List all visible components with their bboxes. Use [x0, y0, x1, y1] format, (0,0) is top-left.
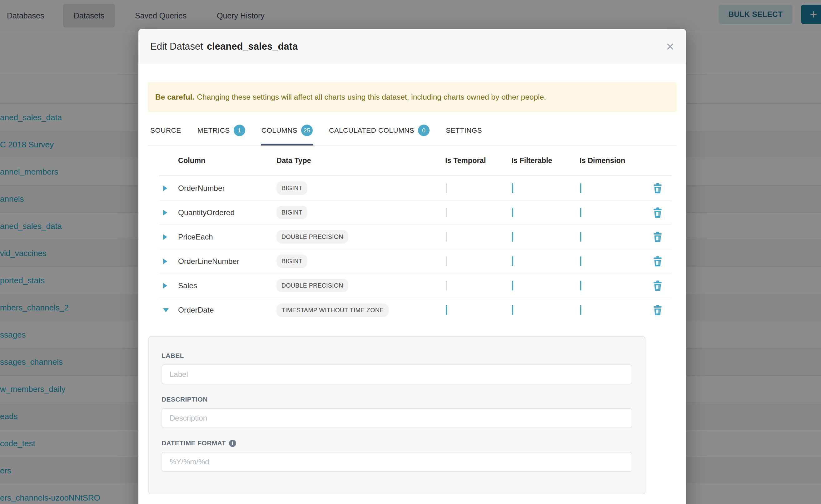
is-temporal-checkbox[interactable] [446, 208, 447, 217]
data-type-pill: TIMESTAMP WITHOUT TIME ZONE [276, 304, 388, 317]
is-filterable-checkbox[interactable] [512, 256, 513, 266]
label-field-group: LABEL [161, 352, 632, 384]
header-is-dimension: Is Dimension [580, 156, 644, 165]
delete-column-icon[interactable] [653, 305, 662, 315]
is-temporal-checkbox[interactable] [446, 281, 447, 290]
tab-calculated-columns[interactable]: CALCULATED COLUMNS 0 [328, 120, 430, 146]
modal-header: Edit Dataset cleaned_sales_data × [138, 29, 686, 64]
modal-title-dataset-name: cleaned_sales_data [207, 41, 298, 52]
data-type-pill: BIGINT [276, 206, 307, 219]
data-type-pill: BIGINT [276, 181, 307, 195]
is-dimension-checkbox[interactable] [580, 305, 581, 315]
column-row-orderlinenumber: OrderLineNumber BIGINT [159, 249, 672, 274]
is-filterable-checkbox[interactable] [512, 183, 513, 193]
is-filterable-checkbox[interactable] [512, 232, 513, 242]
label-input[interactable] [161, 364, 632, 384]
column-row-ordernumber: OrderNumber BIGINT [159, 176, 672, 200]
tab-label: CALCULATED COLUMNS [329, 126, 414, 135]
label-field-label: LABEL [161, 352, 632, 359]
expand-caret-icon[interactable] [163, 185, 167, 191]
columns-count-badge: 25 [301, 125, 313, 136]
datetime-format-field-group: DATETIME FORMAT i [161, 439, 632, 472]
header-is-temporal: Is Temporal [445, 156, 512, 165]
warning-banner: Be careful. Changing these settings will… [148, 82, 677, 112]
datetime-format-field-label: DATETIME FORMAT [161, 439, 226, 447]
expand-caret-icon[interactable] [163, 210, 167, 215]
is-temporal-checkbox[interactable] [446, 183, 447, 193]
is-dimension-checkbox[interactable] [580, 208, 581, 217]
data-type-pill: DOUBLE PRECISION [276, 279, 348, 292]
tab-settings[interactable]: SETTINGS [445, 120, 483, 146]
description-input[interactable] [161, 408, 632, 428]
is-temporal-checkbox[interactable] [446, 305, 447, 315]
is-filterable-checkbox[interactable] [512, 208, 513, 217]
column-name: PriceEach [174, 233, 273, 241]
is-dimension-checkbox[interactable] [580, 183, 581, 193]
modal-tabs: SOURCE METRICS 1 COLUMNS 25 CALCULATED C… [148, 120, 677, 146]
header-is-filterable: Is Filterable [512, 156, 580, 165]
info-icon[interactable]: i [229, 440, 236, 447]
delete-column-icon[interactable] [653, 232, 662, 242]
columns-table-header: Column Data Type Is Temporal Is Filterab… [159, 146, 672, 176]
metrics-count-badge: 1 [234, 125, 245, 136]
is-dimension-checkbox[interactable] [580, 232, 581, 242]
delete-column-icon[interactable] [653, 280, 662, 291]
column-row-sales: Sales DOUBLE PRECISION [159, 274, 672, 298]
is-temporal-checkbox[interactable] [446, 256, 447, 266]
calculated-columns-count-badge: 0 [418, 125, 430, 136]
column-row-quantityordered: QuantityOrdered BIGINT [159, 200, 672, 225]
close-icon[interactable]: × [666, 40, 674, 53]
column-detail-panel: LABEL DESCRIPTION DATETIME FORMAT i [148, 336, 645, 494]
is-filterable-checkbox[interactable] [512, 281, 513, 290]
expand-caret-icon[interactable] [163, 259, 167, 264]
tab-label: SOURCE [150, 126, 181, 135]
column-row-orderdate: OrderDate TIMESTAMP WITHOUT TIME ZONE [159, 298, 672, 322]
tab-source[interactable]: SOURCE [150, 120, 182, 146]
warning-text: Changing these settings will affect all … [197, 93, 546, 101]
collapse-caret-icon[interactable] [163, 308, 169, 312]
data-type-pill: BIGINT [276, 254, 307, 268]
column-name: OrderDate [174, 306, 273, 314]
delete-column-icon[interactable] [653, 256, 662, 267]
warning-bold-text: Be careful. [155, 93, 194, 101]
tab-columns[interactable]: COLUMNS 25 [261, 120, 313, 146]
column-name: OrderNumber [174, 184, 273, 193]
tab-label: SETTINGS [446, 126, 482, 135]
is-dimension-checkbox[interactable] [580, 256, 581, 266]
expand-caret-icon[interactable] [163, 283, 167, 289]
column-name: OrderLineNumber [174, 257, 273, 266]
is-filterable-checkbox[interactable] [512, 305, 513, 315]
is-dimension-checkbox[interactable] [580, 281, 581, 290]
data-type-pill: DOUBLE PRECISION [276, 230, 348, 244]
modal-title-prefix: Edit Dataset [150, 41, 203, 52]
header-data-type: Data Type [273, 156, 445, 165]
delete-column-icon[interactable] [653, 207, 662, 218]
delete-column-icon[interactable] [653, 183, 662, 194]
description-field-group: DESCRIPTION [161, 396, 632, 428]
tab-label: COLUMNS [261, 126, 297, 135]
edit-dataset-modal: Edit Dataset cleaned_sales_data × Be car… [138, 29, 686, 504]
is-temporal-checkbox[interactable] [446, 232, 447, 242]
tab-metrics[interactable]: METRICS 1 [197, 120, 246, 146]
column-name: Sales [174, 281, 273, 290]
expand-caret-icon[interactable] [163, 234, 167, 240]
tab-label: METRICS [197, 126, 230, 135]
datasets-page: Databases Datasets Saved Queries Query H… [0, 0, 821, 504]
column-name: QuantityOrdered [174, 208, 273, 217]
header-column: Column [174, 156, 273, 165]
column-row-priceeach: PriceEach DOUBLE PRECISION [159, 225, 672, 249]
datetime-format-input[interactable] [161, 452, 632, 472]
description-field-label: DESCRIPTION [161, 396, 632, 403]
columns-table: Column Data Type Is Temporal Is Filterab… [159, 146, 672, 322]
modal-body: Be careful. Changing these settings will… [138, 64, 686, 494]
